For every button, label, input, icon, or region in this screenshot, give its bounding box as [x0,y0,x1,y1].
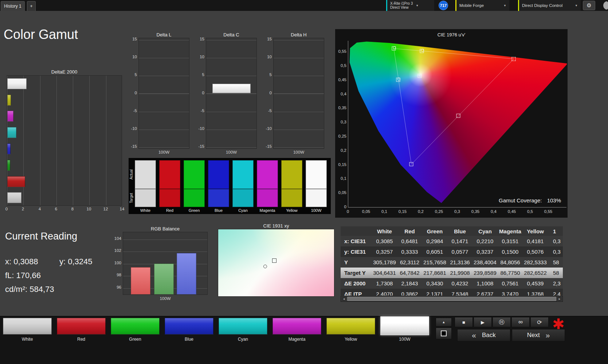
patch-button[interactable] [219,318,267,335]
deltae-bar [7,127,16,138]
cell: 1,3768 [523,291,548,296]
swatch-actual [281,160,302,189]
scroll-right-button[interactable]: ► [557,296,562,301]
deltae-chart [7,75,122,206]
cell: 21,9908 [447,270,472,276]
swatch-label: Cyan [232,208,254,213]
table-scrollbar[interactable]: ◄ ► [341,296,563,302]
patch-label: Red [57,337,106,342]
table-row[interactable]: y: CIE31 0,3257 0,3333 0,6051 0,0577 0,3… [341,246,563,257]
infinity-icon: ∞ [518,318,523,326]
cell: 2,6737 [472,291,498,296]
cell: 0,4539 [523,280,548,286]
stop-icon: ■ [462,320,465,325]
x-tick: 0 [1,207,12,211]
y-tick: 15 [262,37,272,41]
table-row[interactable]: Target Y 304,6431 64,7842 217,8681 21,99… [341,268,563,278]
patch-button[interactable] [380,316,429,335]
measurement-table: White Red Green Blue Cyan Magenta Yellow… [341,226,563,296]
patch-button[interactable] [57,318,106,335]
col-header: 1 [548,228,563,234]
table-row[interactable]: ΔE ITP 2,4070 0,3862 2,1371 7,5348 2,673… [341,289,563,296]
scroll-up-button[interactable]: ▲ [436,318,452,327]
scroll-left-button[interactable]: ◄ [341,296,347,301]
col-header: Yellow [523,228,548,234]
pattern-window-button[interactable] [436,328,452,339]
delta-l-title: Delta L [138,32,189,37]
swatch-target [135,189,156,207]
y-tick: -10 [194,126,204,131]
cell: 0,5076 [523,249,548,255]
play-button[interactable]: ▶ [474,317,492,327]
x-tick: 8 [67,207,78,211]
next-button[interactable]: Next » [512,329,565,341]
cell: 217,8681 [422,270,447,276]
patch-button[interactable] [111,318,160,335]
swatch-target [257,189,278,207]
swatch-target [232,189,254,207]
patch-button[interactable] [165,318,213,335]
history-tab[interactable]: History 1 [1,1,25,11]
swatch-label: 100W [306,208,327,213]
x-tick: 0,55 [541,209,556,214]
meter-count-badge[interactable]: 717 [439,1,448,10]
table-row[interactable]: Y 305,1789 62,3112 215,7658 21,3136 238,… [341,257,563,268]
delta-h-chart [273,38,324,149]
table-header-row: White Red Green Blue Cyan Magenta Yellow… [341,226,563,236]
cell: 0,3430 [422,280,447,286]
cie-xy-title: CIE 1931 xy [218,223,334,229]
patch-button[interactable] [272,318,321,335]
cyan-measured-marker [397,78,400,80]
scrollbar-thumb[interactable] [347,297,556,301]
table-row[interactable]: x: CIE31 0,3085 0,6481 0,2984 0,1471 0,2… [341,236,563,246]
settings-button[interactable]: ⚙ [583,1,595,10]
refresh-button[interactable]: ⟳ [530,317,549,327]
y-tick: -15 [262,144,272,149]
cell: 2,3 [548,280,563,286]
reading-x-value: 0,3088 [13,257,38,266]
stop-button[interactable]: ■ [455,317,473,327]
col-header: Green [422,228,447,234]
swatch-actual [135,160,156,189]
cell: 0,2984 [422,238,447,244]
source-dropdown[interactable]: Mobile Forge ▼ [455,0,509,11]
patch-button[interactable] [3,318,52,335]
rgb-balance-chart [123,232,208,295]
cie-uv-title: CIE 1976 u'v' [335,32,568,37]
x-tick: 0,1 [377,209,392,214]
x-tick: 0,35 [468,209,483,214]
chevron-down-icon: ▼ [416,4,419,7]
display-control-dropdown[interactable]: Direct Display Control ▼ [518,0,581,11]
cell: 58 [548,259,563,265]
y-tick: 0,55 [334,49,346,54]
white-measured-marker [419,74,421,76]
y-tick: 0,1 [334,176,346,181]
gamut-coverage-label: Gamut Coverage: [499,197,542,203]
col-header: Cyan [472,228,498,234]
add-tab-button[interactable]: + [27,1,36,11]
swatch-target [208,189,229,207]
cell: 2,4 [548,291,563,296]
row-label: Target Y [341,270,372,276]
cell: 0,7561 [498,280,523,286]
patch-button[interactable] [326,318,375,335]
reading-y-value: 0,3245 [68,257,92,266]
measure-button[interactable]: Ⓗ [493,317,511,327]
continuous-measure-button[interactable]: ∞ [511,317,530,327]
meter-dropdown[interactable]: X-Rite i1Pro 3 Direct View ▼ [386,0,434,11]
col-header: Blue [447,228,472,234]
col-header: White [372,228,397,234]
table-row[interactable]: ΔE 2000 1,7308 2,1843 0,3430 0,4232 1,10… [341,278,563,289]
page-title: Color Gamut [4,27,78,42]
patch-label: Blue [165,337,213,342]
back-button[interactable]: « Back [457,329,510,341]
rgb-bar [154,264,174,295]
y-tick: 15 [194,37,204,41]
x-tick: 0,3 [450,209,464,214]
reading-fl-value: 170,66 [16,271,41,280]
x-tick: 14 [117,207,128,211]
collapse-panel-icon[interactable] [602,1,608,10]
y-tick: 0 [127,91,137,95]
row-label: y: CIE31 [341,249,372,255]
y-tick: 104 [111,236,121,241]
